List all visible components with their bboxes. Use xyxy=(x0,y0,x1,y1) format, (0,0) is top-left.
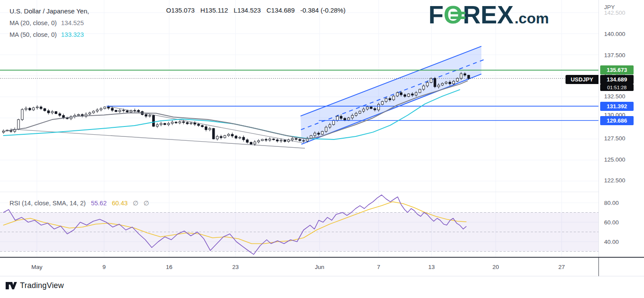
rsi-empty-value: ∅ xyxy=(133,200,138,207)
price-chart-canvas[interactable] xyxy=(0,0,598,257)
rsi-ma-value: 60.43 xyxy=(112,200,127,207)
price-axis-label: 125.000 xyxy=(604,156,625,163)
rsi-value: 55.62 xyxy=(91,200,107,207)
price-badge[interactable]: 135.673 xyxy=(600,65,634,74)
forex-logo-o-bar xyxy=(451,12,466,14)
axis-corner xyxy=(598,257,644,276)
price-axis-label: 40.00 xyxy=(604,239,619,245)
ohlc-close: C134.689 xyxy=(266,6,294,14)
forex-logo-o: O xyxy=(444,3,463,27)
ma20-legend-row[interactable]: MA (20, close, 0) 134.525 xyxy=(10,17,89,29)
rsi-empty-value: ∅ xyxy=(144,200,149,207)
price-axis-label: 142.500 xyxy=(604,10,625,16)
forex-logo-rex: REX xyxy=(463,3,513,27)
ohlc-high: H135.112 xyxy=(200,6,228,14)
time-axis-label: 13 xyxy=(428,264,435,270)
symbol-legend: U.S. Dollar / Japanese Yen, MA (20, clos… xyxy=(10,5,89,40)
ohlc-readout: O135.073 H135.112 L134.523 C134.689 -0.3… xyxy=(166,5,351,15)
price-axis-label: 137.500 xyxy=(604,52,625,58)
forex-logo-o-bar xyxy=(451,16,466,19)
footer-bar: TradingView xyxy=(0,275,644,298)
ma50-legend-row[interactable]: MA (50, close, 0) 133.323 xyxy=(10,29,89,40)
forex-com-logo: F O REX .com xyxy=(428,3,549,27)
price-badge[interactable]: 134.689 xyxy=(600,75,634,84)
price-axis-label: 132.500 xyxy=(604,93,625,100)
ohlc-open: O135.073 xyxy=(166,6,195,14)
symbol-price-pill[interactable]: USDJPY xyxy=(566,75,598,84)
price-axis[interactable]: JPY 142.500140.000137.500135.000132.5001… xyxy=(598,0,644,257)
price-axis-label: 122.500 xyxy=(604,177,625,184)
tradingview-icon xyxy=(5,281,17,290)
tradingview-logo[interactable]: TradingView xyxy=(5,281,64,290)
symbol-title-row[interactable]: U.S. Dollar / Japanese Yen, xyxy=(10,5,89,17)
ohlc-low: L134.523 xyxy=(234,6,261,14)
ma20-label: MA (20, close, 0) xyxy=(10,19,57,26)
time-axis-label: 16 xyxy=(166,264,172,270)
time-axis[interactable]: May91623Jun7132027 xyxy=(0,257,598,276)
forex-logo-f: F xyxy=(428,3,444,27)
time-axis-label: Jun xyxy=(315,264,324,270)
time-axis-label: 23 xyxy=(232,264,239,270)
time-axis-label: 9 xyxy=(102,264,106,270)
price-badge[interactable]: 131.392 xyxy=(600,102,634,111)
time-axis-label: May xyxy=(31,264,42,270)
price-badge[interactable]: 129.686 xyxy=(600,116,634,125)
time-axis-label: 20 xyxy=(492,264,499,270)
chart-window: U.S. Dollar / Japanese Yen, MA (20, clos… xyxy=(0,0,644,298)
price-badge[interactable]: 01:51:28 xyxy=(600,84,634,91)
price-axis-label: 80.00 xyxy=(604,200,619,206)
symbol-title: U.S. Dollar / Japanese Yen, xyxy=(10,7,89,15)
price-axis-label: 140.000 xyxy=(604,31,625,37)
forex-logo-com: .com xyxy=(514,11,549,26)
rsi-legend[interactable]: RSI (14, close, SMA, 14, 2) 55.62 60.43 … xyxy=(10,197,149,209)
tradingview-label: TradingView xyxy=(20,281,64,290)
ma50-label: MA (50, close, 0) xyxy=(10,31,57,38)
price-axis-label: 60.00 xyxy=(604,219,619,226)
time-axis-label: 27 xyxy=(558,264,565,270)
ma50-value: 133.323 xyxy=(61,31,84,38)
price-axis-label: 127.500 xyxy=(604,135,625,142)
time-axis-label: 7 xyxy=(377,264,380,270)
ma20-value: 134.525 xyxy=(61,19,84,26)
rsi-label: RSI (14, close, SMA, 14, 2) xyxy=(10,200,86,207)
ohlc-change: -0.384 (-0.28%) xyxy=(300,6,345,14)
